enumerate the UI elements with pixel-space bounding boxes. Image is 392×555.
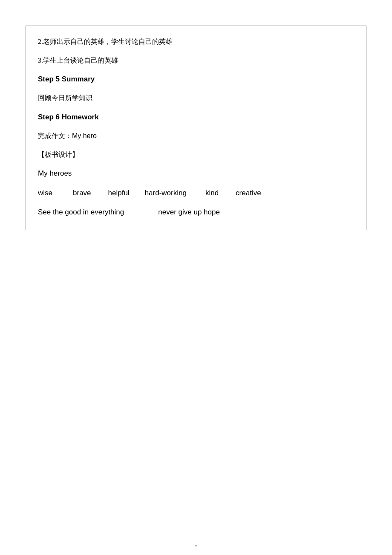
phrases-row: See the good in everything never give up…	[38, 206, 354, 218]
phrase-see-the-good: See the good in everything	[38, 206, 124, 218]
word-helpful: helpful	[108, 187, 130, 199]
line-1: 2.老师出示自己的英雄，学生讨论自己的英雄	[38, 36, 354, 47]
text-line-5: 【板书设计】	[38, 151, 79, 158]
line-4: 完成作文：My hero	[38, 130, 354, 142]
line-3: 回顾今日所学知识	[38, 92, 354, 104]
text-line-1: 2.老师出示自己的英雄，学生讨论自己的英雄	[38, 38, 173, 45]
text-line-3: 回顾今日所学知识	[38, 94, 92, 101]
page-dot	[195, 545, 197, 546]
content-box: 2.老师出示自己的英雄，学生讨论自己的英雄 3.学生上台谈论自己的英雄 Step…	[26, 26, 366, 230]
word-kind: kind	[205, 187, 219, 199]
line-5: 【板书设计】	[38, 149, 354, 160]
text-my-heroes: My heroes	[38, 169, 72, 177]
line-6: My heroes	[38, 168, 354, 179]
line-2: 3.学生上台谈论自己的英雄	[38, 55, 354, 66]
phrase-never-give-up: never give up hope	[158, 206, 220, 218]
step5-heading: Step 5 Summary	[38, 75, 95, 83]
step6-heading: Step 6 Homework	[38, 113, 99, 121]
text-line-4: 完成作文：	[38, 132, 72, 139]
word-brave: brave	[73, 187, 91, 199]
words-row: wise brave helpful hard-working kind cre…	[38, 187, 354, 199]
text-line-4-en: My hero	[72, 132, 97, 139]
text-line-2: 3.学生上台谈论自己的英雄	[38, 57, 118, 64]
word-wise: wise	[38, 187, 52, 199]
step5-heading-line: Step 5 Summary	[38, 73, 354, 85]
step6-heading-line: Step 6 Homework	[38, 111, 354, 123]
word-creative: creative	[236, 187, 261, 199]
word-hard-working: hard-working	[145, 187, 187, 199]
